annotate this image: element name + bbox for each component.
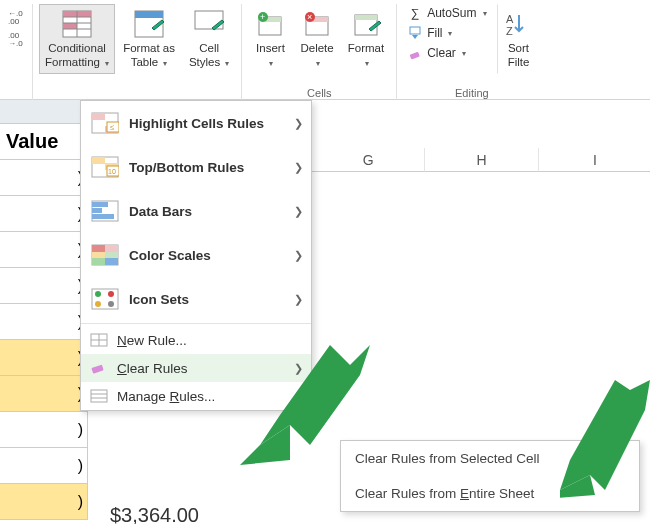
styles-group: ConditionalFormatting ▾ Format asTable ▾… (33, 4, 242, 100)
submenu-label: Clear Rules from Selected Cell (355, 451, 540, 466)
format-button[interactable]: Format▾ (342, 4, 390, 74)
svg-marker-63 (560, 380, 650, 490)
svg-text:Z: Z (506, 25, 513, 37)
svg-text:10: 10 (108, 168, 116, 175)
menu-item-color-scales[interactable]: Color Scales ❯ (81, 233, 311, 277)
delete-button[interactable]: × Delete▾ (294, 4, 339, 74)
chevron-down-icon: ▾ (105, 59, 109, 68)
svg-text:.00: .00 (8, 17, 20, 26)
cell[interactable]: ) (0, 196, 88, 231)
cell[interactable]: ) (0, 304, 88, 339)
menu-label: Manage Rules... (117, 389, 215, 404)
conditional-formatting-button[interactable]: ConditionalFormatting ▾ (39, 4, 115, 74)
format-as-table-label: Format asTable (123, 42, 175, 68)
cell-styles-button[interactable]: CellStyles ▾ (183, 4, 236, 74)
spreadsheet-area: Value ) ) ) ) ) ) ) ) ) ) (0, 100, 88, 520)
svg-rect-58 (91, 390, 107, 402)
chevron-right-icon: ❯ (294, 117, 303, 130)
chevron-down-icon: ▾ (269, 59, 273, 68)
chevron-down-icon: ▾ (316, 59, 320, 68)
svg-text:A: A (506, 13, 514, 25)
sigma-icon: ∑ (407, 5, 423, 21)
cell-styles-label: CellStyles (189, 42, 220, 68)
svg-rect-41 (92, 214, 114, 219)
annotation-arrow-1 (240, 345, 380, 465)
cells-group: + Insert▾ × Delete▾ Format▾ Cells (242, 4, 397, 100)
delete-label: Delete (300, 42, 333, 54)
svg-rect-25 (410, 52, 420, 60)
svg-point-50 (95, 291, 101, 297)
cell[interactable]: ) (0, 412, 88, 447)
fill-label: Fill (427, 26, 442, 40)
menu-item-top-bottom[interactable]: 10 Top/Bottom Rules ❯ (81, 145, 311, 189)
format-as-table-button[interactable]: Format asTable ▾ (117, 4, 181, 74)
menu-label: Top/Bottom Rules (129, 160, 244, 175)
format-label: Format (348, 42, 384, 54)
svg-rect-57 (91, 365, 103, 374)
svg-rect-48 (105, 258, 118, 265)
insert-button[interactable]: + Insert▾ (248, 4, 292, 74)
cell[interactable]: ) (0, 160, 88, 195)
conditional-formatting-label: ConditionalFormatting (45, 42, 106, 68)
svg-rect-45 (92, 252, 105, 258)
sort-filter-label: SortFilte (508, 42, 530, 70)
svg-rect-47 (92, 258, 105, 265)
annotation-arrow-2 (560, 380, 650, 500)
cell-styles-icon (193, 8, 225, 40)
editing-group-caption: Editing (397, 87, 546, 99)
column-header-g[interactable]: G (312, 148, 425, 172)
svg-marker-62 (240, 425, 290, 465)
cell[interactable]: ) (0, 268, 88, 303)
header-cell-value[interactable]: Value (0, 124, 88, 159)
cell-value-overflow: $3,364.00 (110, 504, 199, 524)
chevron-right-icon: ❯ (294, 249, 303, 262)
menu-item-data-bars[interactable]: Data Bars ❯ (81, 189, 311, 233)
cell-highlighted[interactable]: ) (0, 484, 88, 519)
chevron-right-icon: ❯ (294, 293, 303, 306)
menu-item-icon-sets[interactable]: Icon Sets ❯ (81, 277, 311, 321)
color-scales-icon (89, 243, 121, 267)
menu-label: Icon Sets (129, 292, 189, 307)
column-header-h[interactable]: H (425, 148, 538, 172)
insert-cells-icon: + (254, 8, 286, 40)
clear-button[interactable]: Clear ▾ (403, 44, 490, 62)
menu-label: Data Bars (129, 204, 192, 219)
svg-rect-6 (63, 23, 77, 29)
highlight-cells-icon: ≤ (89, 111, 121, 135)
svg-text:×: × (307, 12, 312, 22)
cell[interactable]: ) (0, 232, 88, 267)
delete-cells-icon: × (301, 8, 333, 40)
svg-rect-46 (105, 252, 118, 258)
cells-group-caption: Cells (242, 87, 396, 99)
decrease-decimal-icon[interactable]: ←.0.00 (8, 8, 24, 24)
column-header-c[interactable] (0, 100, 88, 123)
svg-text:→.0: →.0 (8, 39, 23, 48)
icon-sets-icon (89, 287, 121, 311)
svg-rect-24 (410, 27, 420, 34)
cell[interactable]: ) (0, 448, 88, 483)
column-headers-right: G H I (312, 148, 650, 172)
format-as-table-icon (133, 8, 165, 40)
clear-rules-icon (89, 360, 109, 376)
sort-filter-button[interactable]: AZ SortFilte (497, 4, 541, 74)
increase-decimal-icon[interactable]: .00→.0 (8, 30, 24, 46)
chevron-right-icon: ❯ (294, 205, 303, 218)
cell-highlighted[interactable]: ) (0, 340, 88, 375)
number-group: ←.0.00 .00→.0 (0, 4, 33, 100)
chevron-down-icon: ▾ (365, 59, 369, 68)
chevron-right-icon: ❯ (294, 161, 303, 174)
chevron-down-icon: ▾ (462, 49, 466, 58)
fill-button[interactable]: Fill ▾ (403, 24, 490, 42)
editing-group: ∑ AutoSum ▾ Fill ▾ Clear ▾ AZ (397, 4, 546, 100)
autosum-button[interactable]: ∑ AutoSum ▾ (403, 4, 490, 22)
sort-filter-icon: AZ (503, 8, 535, 40)
manage-rules-icon (89, 388, 109, 404)
conditional-formatting-icon (61, 8, 93, 40)
menu-item-highlight-cells[interactable]: ≤ Highlight Cells Rules ❯ (81, 101, 311, 145)
column-header-i[interactable]: I (539, 148, 650, 172)
new-rule-icon (89, 332, 109, 348)
svg-rect-40 (92, 208, 102, 213)
cell-highlighted[interactable]: ) (0, 376, 88, 411)
svg-point-53 (108, 301, 114, 307)
svg-rect-44 (105, 245, 118, 252)
